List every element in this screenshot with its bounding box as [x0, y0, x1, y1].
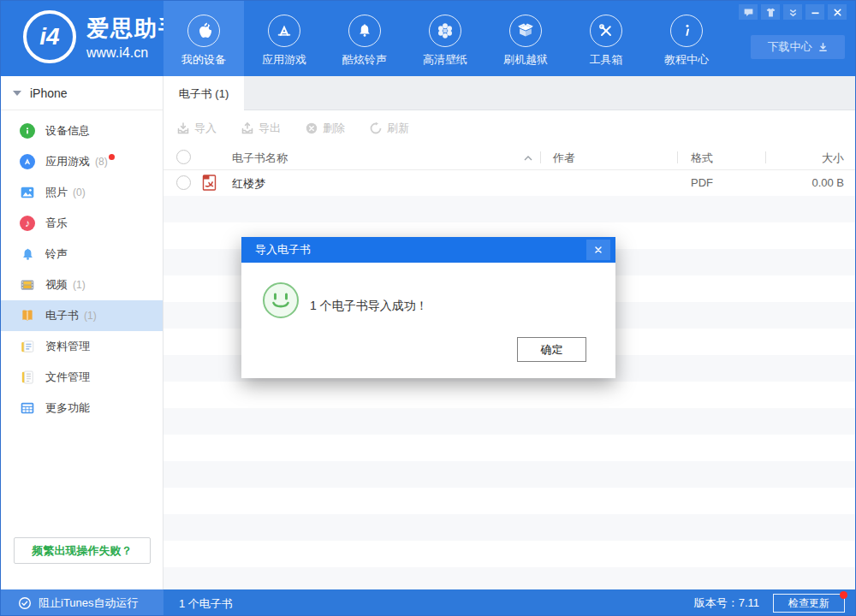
app-window: i4 爱思助手 www.i4.cn 我的设备 应用游戏: [0, 0, 856, 616]
ebook-name: 红楼梦: [232, 176, 265, 192]
success-smiley-icon: [262, 281, 300, 323]
dialog-close-button[interactable]: [586, 240, 610, 260]
check-update-button[interactable]: 检查更新: [773, 594, 845, 613]
table-header: 电子书名称 作者 格式 大小: [163, 145, 856, 170]
app-logo: i4 爱思助手 www.i4.cn: [23, 10, 182, 63]
block-itunes-toggle[interactable]: 阻止iTunes自动运行: [1, 589, 163, 616]
photos-icon: [20, 185, 35, 200]
nav-wallpapers[interactable]: 高清壁纸: [405, 1, 485, 76]
main-nav: 我的设备 应用游戏 酷炫铃声 高清壁纸: [163, 1, 727, 76]
row-checkbox[interactable]: [176, 175, 191, 190]
file-icon: [20, 370, 35, 385]
tools-icon: [590, 15, 622, 47]
import-result-dialog: 导入电子书 1 个电子书导入成功！ 确定: [241, 237, 615, 378]
sidebar: iPhone 设备信息 应用游戏 (8) 照片: [1, 76, 163, 589]
dialog-titlebar[interactable]: 导入电子书: [241, 237, 615, 263]
chevron-down-icon: [13, 91, 21, 96]
feedback-icon[interactable]: [739, 4, 758, 20]
bell-icon: [20, 246, 35, 262]
music-icon: ♪: [20, 216, 35, 231]
tab-strip: 电子书 (1): [163, 76, 856, 110]
check-circle-icon: [18, 596, 32, 610]
nav-ringtones[interactable]: 酷炫铃声: [324, 1, 405, 76]
sidebar-item-more-features[interactable]: 更多功能: [1, 393, 163, 424]
sidebar-item-apps-games[interactable]: 应用游戏 (8): [1, 146, 163, 177]
column-divider: [677, 151, 678, 163]
export-icon: [241, 121, 254, 135]
appstore-icon: [268, 15, 300, 47]
nav-my-devices[interactable]: 我的设备: [163, 1, 244, 76]
column-divider: [765, 151, 766, 163]
open-box-icon: [509, 15, 542, 47]
device-info-icon: [20, 123, 35, 139]
sidebar-item-photos[interactable]: 照片 (0): [1, 177, 163, 208]
data-card-icon: [20, 339, 35, 354]
nav-flash-jailbreak[interactable]: 刷机越狱: [485, 1, 566, 76]
sidebar-item-videos[interactable]: 视频 (1): [1, 270, 163, 300]
delete-icon: [305, 121, 318, 135]
nav-toolbox[interactable]: 工具箱: [566, 1, 646, 76]
video-icon: [20, 277, 35, 293]
column-name[interactable]: 电子书名称: [232, 151, 288, 166]
delete-button[interactable]: 删除: [305, 121, 345, 136]
nav-tutorials[interactable]: 教程中心: [646, 1, 727, 76]
table-row[interactable]: 红楼梦 PDF 0.00 B: [163, 170, 856, 196]
dialog-title: 导入电子书: [255, 242, 311, 258]
info-icon: [670, 15, 703, 47]
dialog-message: 1 个电子书导入成功！: [310, 299, 428, 314]
dialog-body: 1 个电子书导入成功！ 确定: [241, 263, 615, 378]
sort-asc-icon[interactable]: [523, 152, 533, 165]
refresh-button[interactable]: 刷新: [369, 121, 409, 136]
skin-icon[interactable]: [761, 4, 780, 20]
version-label: 版本号：7.11: [694, 595, 759, 611]
sidebar-item-device-info[interactable]: 设备信息: [1, 116, 163, 146]
sidebar-item-ringtones[interactable]: 铃声: [1, 239, 163, 270]
device-name: iPhone: [30, 86, 68, 100]
apple-icon: [187, 15, 220, 47]
window-controls: [739, 4, 847, 20]
sidebar-item-data-management[interactable]: 资料管理: [1, 331, 163, 362]
item-count-status: 1 个电子书: [179, 596, 233, 612]
toolbar: 导入 导出 删除 刷新: [163, 111, 856, 145]
device-selector[interactable]: iPhone: [1, 76, 163, 110]
ebook-size: 0.00 B: [811, 176, 844, 189]
appstore-icon: [20, 154, 35, 169]
column-author[interactable]: 作者: [553, 151, 575, 166]
column-size[interactable]: 大小: [822, 151, 844, 166]
notification-badge: [109, 154, 115, 160]
grid-icon: [20, 400, 35, 416]
flower-icon: [429, 15, 461, 47]
pdf-file-icon: [202, 175, 217, 193]
header: i4 爱思助手 www.i4.cn 我的设备 应用游戏: [1, 1, 856, 76]
close-icon: [593, 245, 603, 255]
status-bar: 阻止iTunes自动运行 1 个电子书 版本号：7.11 检查更新: [1, 589, 856, 616]
tab-ebooks[interactable]: 电子书 (1): [163, 76, 244, 111]
nav-apps-games[interactable]: 应用游戏: [244, 1, 324, 76]
sidebar-item-music[interactable]: ♪ 音乐: [1, 208, 163, 239]
sidebar-item-file-management[interactable]: 文件管理: [1, 362, 163, 393]
export-button[interactable]: 导出: [241, 121, 281, 136]
ebook-format: PDF: [691, 176, 713, 189]
sidebar-item-ebooks[interactable]: 电子书 (1): [1, 300, 163, 331]
import-button[interactable]: 导入: [176, 121, 217, 136]
close-icon[interactable]: [828, 4, 847, 20]
refresh-icon: [369, 121, 383, 135]
update-badge: [840, 591, 847, 599]
collapse-icon[interactable]: [783, 4, 802, 20]
column-divider: [540, 151, 541, 163]
column-format[interactable]: 格式: [691, 151, 713, 166]
download-icon: [817, 42, 829, 53]
bell-icon: [348, 15, 381, 47]
logo-i4-icon: i4: [23, 10, 76, 63]
ok-button[interactable]: 确定: [517, 337, 586, 362]
select-all-checkbox[interactable]: [176, 150, 191, 164]
sidebar-list: 设备信息 应用游戏 (8) 照片 (0) ♪ 音乐: [1, 116, 163, 424]
download-center-button[interactable]: 下载中心: [751, 35, 845, 59]
import-icon: [176, 121, 190, 135]
minimize-icon[interactable]: [805, 4, 824, 20]
operation-failed-help-button[interactable]: 频繁出现操作失败？: [14, 537, 151, 564]
ebook-icon: [20, 308, 35, 323]
